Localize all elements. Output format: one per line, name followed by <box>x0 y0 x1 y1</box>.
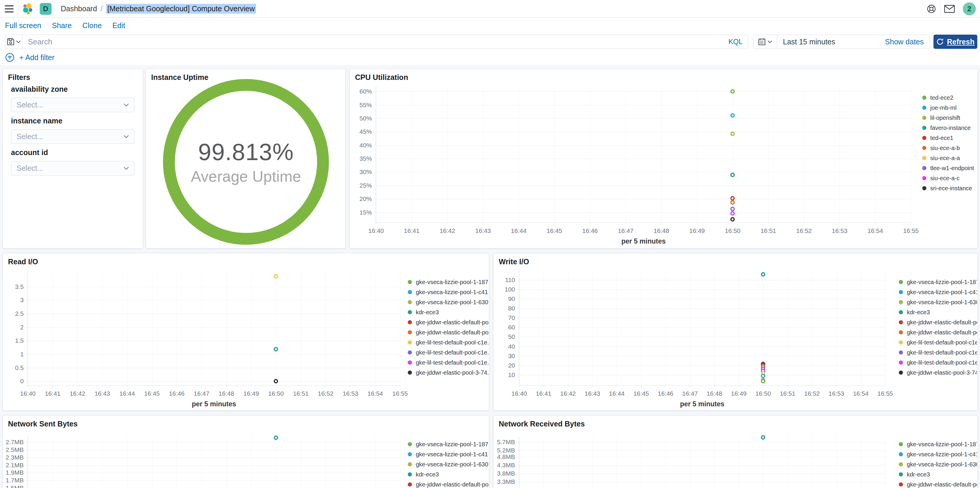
breadcrumb: Dashboard / [Metricbeat Googlecloud] Com… <box>61 4 256 14</box>
user-avatar[interactable]: 2 <box>963 2 976 15</box>
y-tick-label: 4.8MB <box>497 453 515 461</box>
y-tick-label: 5.2MB <box>497 447 515 454</box>
legend-item[interactable]: gke-vseca-lizzie-pool-1-1877... <box>899 277 977 287</box>
help-button[interactable] <box>923 0 940 18</box>
account-id-select[interactable]: Select... <box>11 161 135 176</box>
y-gridline <box>376 118 911 119</box>
legend-item[interactable]: kdr-ece3 <box>408 469 488 479</box>
panel-title: Filters <box>8 73 30 82</box>
legend-item[interactable]: kdr-ece3 <box>408 307 488 317</box>
elastic-logo-button[interactable] <box>19 0 37 18</box>
x-tick-label: 16:52 <box>796 227 812 234</box>
legend-item[interactable]: gke-jddwr-elastic-default-po... <box>408 317 488 327</box>
clone-link[interactable]: Clone <box>83 21 102 30</box>
legend-item[interactable]: gke-jddwr-elastic-default-po... <box>899 327 977 337</box>
x-tick-mark <box>836 385 837 387</box>
menu-button[interactable] <box>0 0 18 18</box>
legend-item[interactable]: gke-jddwr-elastic-default-po... <box>408 479 488 488</box>
legend-item[interactable]: gke-vseca-lizzie-pool-1-630... <box>899 459 977 469</box>
legend-label: kdr-ece3 <box>416 471 439 478</box>
legend-item[interactable]: gke-lil-test-default-pool-c1e... <box>899 358 977 368</box>
y-gridline <box>519 337 885 337</box>
x-tick-label: 16:51 <box>760 227 776 234</box>
y-gridline <box>519 347 885 347</box>
legend-color-dot <box>899 300 903 304</box>
refresh-button[interactable]: Refresh <box>934 35 977 49</box>
legend-item[interactable]: sri-ece-instance <box>922 183 977 193</box>
legend-item[interactable]: gke-vseca-lizzie-pool-1-c417... <box>408 449 488 459</box>
instance-name-select[interactable]: Select... <box>11 129 135 144</box>
legend-item[interactable]: gke-vseca-lizzie-pool-1-1877... <box>408 277 488 287</box>
x-tick-label: 16:41 <box>404 227 420 234</box>
legend-item[interactable]: gke-jddwr-elastic-pool-3-74... <box>899 368 977 378</box>
share-link[interactable]: Share <box>52 21 72 30</box>
legend-item[interactable]: gke-lil-test-default-pool-c1e... <box>899 337 977 347</box>
x-gridline <box>617 437 617 488</box>
space-switcher-button[interactable]: D <box>37 0 54 18</box>
legend-item[interactable]: gke-vseca-lizzie-pool-1-630... <box>408 459 488 469</box>
y-tick-label: 50% <box>360 115 372 122</box>
legend-item[interactable]: joe-mb-ml <box>922 103 977 113</box>
legend-item[interactable]: gke-jddwr-elastic-pool-3-74... <box>408 368 488 378</box>
x-tick-mark <box>804 223 804 224</box>
y-tick-label: 2.7MB <box>6 439 24 446</box>
legend-item[interactable]: gke-lil-test-default-pool-c1e... <box>408 347 488 358</box>
filter-icon[interactable] <box>5 53 14 62</box>
legend-item[interactable]: gke-jddwr-elastic-default-po... <box>899 317 977 327</box>
legend-item[interactable]: ted-ece1 <box>922 133 977 143</box>
newsfeed-button[interactable] <box>940 0 958 18</box>
y-tick-label: 2.5MB <box>6 446 24 453</box>
legend-item[interactable]: ted-ece2 <box>922 93 977 103</box>
saved-query-menu-button[interactable] <box>5 35 22 49</box>
legend-item[interactable]: gke-vseca-lizzie-pool-1-630... <box>899 297 977 307</box>
breadcrumb-dashboard-link[interactable]: Dashboard <box>61 5 97 13</box>
legend: gke-vseca-lizzie-pool-1-1877...gke-vseca… <box>408 277 488 378</box>
legend-item[interactable]: gke-lil-test-default-pool-c1e... <box>408 337 488 347</box>
legend-item[interactable]: gke-lil-test-default-pool-c1e... <box>899 347 977 358</box>
legend-item[interactable]: siu-ece-a-c <box>922 173 977 183</box>
legend-item[interactable]: gke-vseca-lizzie-pool-1-c417... <box>408 287 488 297</box>
legend-item[interactable]: gke-vseca-lizzie-pool-1-1877... <box>899 439 977 449</box>
x-axis-label: per 5 minutes <box>621 237 666 246</box>
legend-item[interactable]: siu-ece-a-b <box>922 143 977 153</box>
date-quick-select-button[interactable] <box>753 35 777 49</box>
show-dates-button[interactable]: Show dates <box>885 38 924 46</box>
legend-item[interactable]: kdr-ece3 <box>899 469 977 479</box>
legend-color-dot <box>899 482 903 486</box>
edit-link[interactable]: Edit <box>112 21 125 30</box>
x-gridline <box>127 437 127 488</box>
y-gridline <box>28 381 400 382</box>
x-gridline <box>804 86 804 223</box>
add-filter-button[interactable]: + Add filter <box>19 53 54 62</box>
legend-item[interactable]: lil-openshift <box>922 113 977 123</box>
legend-item[interactable]: tlee-w1-endpoint <box>922 163 977 173</box>
query-language-button[interactable]: KQL <box>729 38 743 46</box>
x-gridline <box>840 86 840 223</box>
y-tick-label: 100 <box>505 286 515 293</box>
legend-item[interactable]: gke-vseca-lizzie-pool-1-c417... <box>899 287 977 297</box>
legend-item[interactable]: favero-instance <box>922 123 977 133</box>
legend-item[interactable]: kdr-ece3 <box>899 307 977 317</box>
x-gridline <box>376 86 376 223</box>
legend-color-dot <box>922 106 926 110</box>
legend-label: gke-vseca-lizzie-pool-1-c417... <box>907 289 977 296</box>
x-tick-mark <box>885 385 886 387</box>
account-id-field: account id Select... <box>11 148 135 176</box>
time-range-value[interactable]: Last 15 minutes <box>783 38 885 46</box>
legend-item[interactable]: siu-ece-a-a <box>922 153 977 163</box>
legend-item[interactable]: gke-vseca-lizzie-pool-1-c417... <box>899 449 977 459</box>
uptime-gauge-ring: 99.813% Average Uptime <box>163 79 329 245</box>
legend-item[interactable]: gke-vseca-lizzie-pool-1-1877... <box>408 439 488 449</box>
legend-label: gke-jddwr-elastic-pool-3-74... <box>907 369 977 376</box>
legend-item[interactable]: gke-lil-test-default-pool-c1e... <box>408 358 488 368</box>
full-screen-link[interactable]: Full screen <box>5 21 41 30</box>
y-tick-label: 60% <box>360 88 372 95</box>
legend-item[interactable]: gke-vseca-lizzie-pool-1-630... <box>408 297 488 307</box>
availability-zone-select[interactable]: Select... <box>11 98 135 112</box>
select-placeholder: Select... <box>17 132 124 141</box>
legend-item[interactable]: gke-jddwr-elastic-default-po... <box>408 327 488 337</box>
search-input[interactable]: Search KQL <box>22 35 748 49</box>
legend-item[interactable]: gke-jddwr-elastic-default-po... <box>899 479 977 488</box>
legend-label: gke-vseca-lizzie-pool-1-c417... <box>416 289 488 296</box>
x-tick-label: 16:53 <box>342 390 358 397</box>
